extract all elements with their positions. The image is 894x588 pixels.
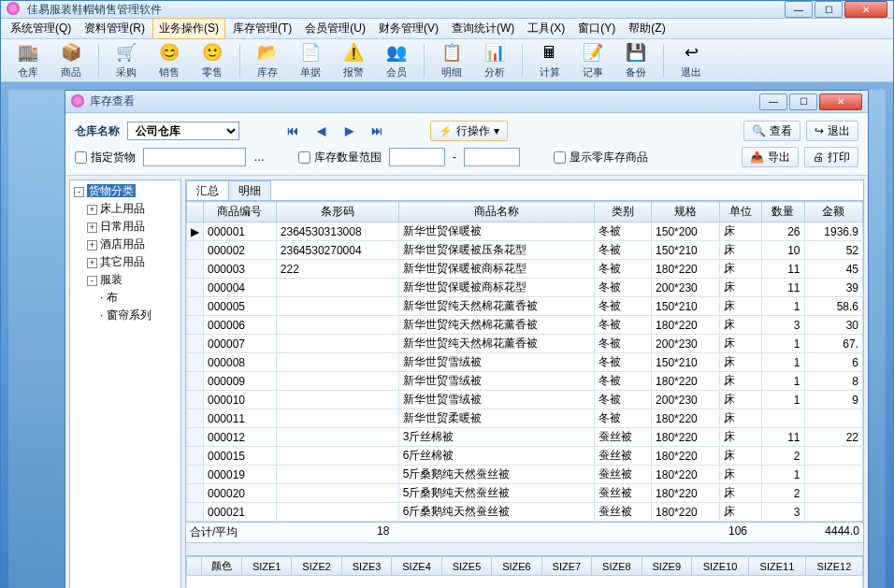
menu-item[interactable]: 财务管理(V) bbox=[373, 19, 444, 38]
toolbar-button[interactable]: ↩退出 bbox=[671, 39, 711, 81]
qty-min-input[interactable] bbox=[389, 148, 445, 166]
toolbar-button[interactable]: 😊销售 bbox=[150, 39, 189, 81]
toolbar-button[interactable]: 📊分析 bbox=[475, 39, 514, 81]
table-row[interactable]: 000003222新华世贸保暖被商标花型冬被180*220床1145 bbox=[187, 260, 863, 279]
toolbar-button[interactable]: 🏬仓库 bbox=[8, 39, 48, 81]
grid-scroll[interactable]: 商品编号条形码商品名称类别规格单位数量金额 ▶00000123645303130… bbox=[186, 201, 863, 522]
menu-item[interactable]: 资料管理(R) bbox=[79, 19, 151, 38]
column-header[interactable]: 单位 bbox=[720, 202, 762, 222]
menu-item[interactable]: 窗口(Y) bbox=[572, 19, 621, 38]
child-minimize-button[interactable]: — bbox=[759, 93, 787, 110]
spec-goods-input[interactable] bbox=[143, 148, 246, 166]
horizontal-scrollbar[interactable] bbox=[186, 542, 863, 555]
nav-first-icon[interactable]: ⏮ bbox=[282, 122, 303, 140]
exit-button[interactable]: ↪退出 bbox=[806, 121, 858, 141]
table-row[interactable]: 000011新华世贸柔暖被冬被180*220床 bbox=[187, 409, 863, 428]
toolbar-button[interactable]: 💾备份 bbox=[616, 39, 656, 81]
close-button[interactable]: ✕ bbox=[844, 1, 887, 18]
menu-item[interactable]: 库存管理(T) bbox=[227, 19, 297, 38]
nav-prev-icon[interactable]: ◀ bbox=[310, 122, 331, 140]
qty-range-checkbox[interactable]: 库存数量范围 bbox=[298, 150, 382, 165]
expand-icon[interactable]: + bbox=[87, 240, 97, 251]
expand-icon[interactable]: + bbox=[87, 205, 97, 215]
tree-node[interactable]: +其它用品 bbox=[85, 253, 179, 271]
menu-item[interactable]: 帮助(Z) bbox=[623, 19, 670, 38]
tab-detail[interactable]: 明细 bbox=[228, 180, 271, 200]
table-row[interactable]: 000008新华世贸雪绒被冬被150*210床16 bbox=[187, 353, 863, 372]
qty-max-input[interactable] bbox=[464, 148, 520, 166]
tree-leaf[interactable]: · 窗帘系列 bbox=[98, 307, 179, 324]
size-column-header[interactable]: SIZE7 bbox=[541, 557, 591, 576]
table-row[interactable]: 0000123斤丝棉被蚕丝被180*220床1122 bbox=[187, 428, 863, 447]
menu-item[interactable]: 系统管理(Q) bbox=[5, 19, 77, 38]
maximize-button[interactable]: ☐ bbox=[815, 1, 843, 18]
toolbar-button[interactable]: 👥会员 bbox=[377, 39, 416, 81]
table-row[interactable]: 000004新华世贸保暖被商标花型冬被200*230床1139 bbox=[187, 279, 863, 297]
table-row[interactable]: 000010新华世贸雪绒被冬被200*230床19 bbox=[187, 391, 863, 409]
toolbar-button[interactable]: 📋明细 bbox=[432, 39, 471, 81]
table-row[interactable]: 000005新华世贸纯天然棉花薰香被冬被150*210床158.6 bbox=[187, 297, 863, 316]
toolbar-button[interactable]: 📄单据 bbox=[291, 39, 330, 81]
child-maximize-button[interactable]: ☐ bbox=[789, 93, 817, 110]
table-row[interactable]: 000009新华世贸雪绒被冬被180*220床18 bbox=[187, 372, 863, 391]
minimize-button[interactable]: — bbox=[785, 1, 813, 18]
column-header[interactable]: 条形码 bbox=[276, 202, 398, 222]
table-row[interactable]: 000006新华世贸纯天然棉花薰香被冬被180*220床330 bbox=[187, 316, 863, 335]
size-column-header[interactable]: SIZE5 bbox=[441, 557, 491, 576]
menu-item[interactable]: 查询统计(W) bbox=[446, 19, 520, 38]
row-operation-button[interactable]: ⚡ 行操作 ▾ bbox=[430, 121, 508, 141]
warehouse-select[interactable]: 公司仓库 bbox=[127, 122, 239, 140]
size-column-header[interactable]: 颜色 bbox=[202, 557, 242, 576]
toolbar-button[interactable]: 📂库存 bbox=[248, 39, 287, 81]
column-header[interactable]: 商品编号 bbox=[204, 202, 277, 222]
tree-leaf[interactable]: · 布 bbox=[98, 289, 179, 307]
column-header[interactable]: 数量 bbox=[762, 202, 804, 222]
menu-item[interactable]: 会员管理(U) bbox=[299, 19, 371, 38]
table-row[interactable]: 0000022364530270004新华世贸保暖被压条花型冬被150*210床… bbox=[187, 241, 863, 260]
table-row[interactable]: 0000195斤桑鹅纯天然蚕丝被蚕丝被180*220床1 bbox=[187, 466, 863, 484]
print-button[interactable]: 🖨打印 bbox=[804, 147, 858, 167]
menu-item[interactable]: 工具(X) bbox=[522, 19, 570, 38]
table-row[interactable]: 0000205斤桑鹅纯天然蚕丝被蚕丝被180*220床2 bbox=[187, 484, 863, 503]
tree-node[interactable]: +床上用品 bbox=[85, 200, 179, 218]
size-column-header[interactable]: SIZE3 bbox=[341, 557, 391, 576]
view-button[interactable]: 🔍查看 bbox=[743, 121, 800, 141]
toolbar-button[interactable]: 🙂零售 bbox=[193, 39, 232, 81]
expand-icon[interactable]: + bbox=[87, 258, 97, 268]
table-row[interactable]: 0000216斤桑鹅纯天然蚕丝被蚕丝被180*220床3 bbox=[187, 503, 863, 522]
size-column-header[interactable]: SIZE2 bbox=[292, 557, 341, 576]
toolbar-button[interactable]: ⚠️报警 bbox=[334, 39, 373, 81]
nav-next-icon[interactable]: ▶ bbox=[339, 122, 359, 140]
tree-node[interactable]: +日常用品 bbox=[85, 218, 179, 236]
size-column-header[interactable]: SIZE12 bbox=[805, 557, 862, 576]
table-row[interactable]: 0000156斤丝棉被蚕丝被180*220床2 bbox=[187, 447, 863, 466]
menu-item[interactable]: 业务操作(S) bbox=[152, 18, 225, 39]
toolbar-button[interactable]: 🛒采购 bbox=[107, 39, 146, 81]
tree-node[interactable]: +酒店用品 bbox=[85, 236, 179, 253]
size-column-header[interactable]: SIZE4 bbox=[392, 557, 441, 576]
show-zero-checkbox[interactable]: 显示零库存商品 bbox=[554, 150, 648, 165]
size-column-header[interactable]: SIZE9 bbox=[642, 557, 691, 576]
column-header[interactable]: 商品名称 bbox=[398, 202, 594, 222]
spec-goods-checkbox[interactable]: 指定货物 bbox=[75, 150, 136, 165]
toolbar-button[interactable]: 📦商品 bbox=[51, 39, 91, 81]
column-header[interactable]: 类别 bbox=[594, 202, 651, 222]
size-column-header[interactable]: SIZE6 bbox=[492, 557, 541, 576]
export-button[interactable]: 📤导出 bbox=[742, 147, 799, 167]
table-row[interactable]: ▶0000012364530313008新华世贸保暖被冬被150*200床261… bbox=[187, 222, 863, 241]
child-close-button[interactable]: ✕ bbox=[819, 93, 862, 110]
spec-goods-browse-button[interactable]: … bbox=[253, 151, 265, 164]
tree-node[interactable]: -服装 bbox=[85, 271, 179, 289]
column-header[interactable]: 规格 bbox=[652, 202, 720, 222]
size-column-header[interactable]: SIZE10 bbox=[692, 557, 749, 576]
toolbar-button[interactable]: 📝记事 bbox=[573, 39, 613, 81]
category-tree[interactable]: -货物分类 +床上用品+日常用品+酒店用品+其它用品-服装· 布· 窗帘系列 bbox=[69, 179, 181, 588]
table-row[interactable]: 000007新华世贸纯天然棉花薰香被冬被200*230床167. bbox=[187, 335, 863, 353]
size-column-header[interactable]: SIZE1 bbox=[241, 557, 291, 576]
nav-last-icon[interactable]: ⏭ bbox=[367, 122, 387, 140]
tab-summary[interactable]: 汇总 bbox=[186, 180, 229, 200]
tree-root[interactable]: -货物分类 bbox=[72, 182, 179, 200]
column-header[interactable]: 金额 bbox=[804, 202, 862, 222]
size-column-header[interactable]: SIZE11 bbox=[748, 557, 805, 576]
collapse-icon[interactable]: - bbox=[74, 187, 84, 197]
